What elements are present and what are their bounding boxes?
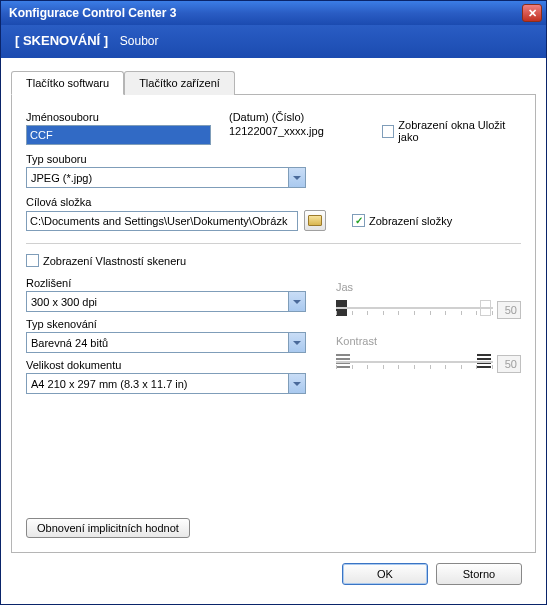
resolution-value: 300 x 300 dpi: [31, 296, 97, 308]
pattern-label: (Datum) (Číslo): [229, 111, 364, 123]
docsize-label: Velikost dokumentu: [26, 359, 306, 371]
chevron-down-icon: [288, 333, 305, 352]
chevron-down-icon: [288, 168, 305, 187]
tab-device-button[interactable]: Tlačítko zařízení: [124, 71, 235, 95]
filename-input[interactable]: CCF: [26, 125, 211, 145]
contrast-value: 50: [497, 355, 521, 373]
contrast-slider[interactable]: 50: [336, 351, 521, 375]
dialog-footer: OK Storno: [11, 553, 536, 597]
chevron-down-icon: [288, 374, 305, 393]
filetype-label: Typ souboru: [26, 153, 521, 165]
docsize-dropdown[interactable]: A4 210 x 297 mm (8.3 x 11.7 in): [26, 373, 306, 394]
brightness-value: 50: [497, 301, 521, 319]
show-folder-label: Zobrazení složky: [369, 215, 452, 227]
cancel-button[interactable]: Storno: [436, 563, 522, 585]
chevron-down-icon: [288, 292, 305, 311]
show-saveas-label: Zobrazení okna Uložit jako: [398, 119, 521, 143]
brightness-slider[interactable]: 50: [336, 297, 521, 321]
show-folder-checkbox[interactable]: ✓ Zobrazení složky: [352, 214, 452, 227]
ok-button[interactable]: OK: [342, 563, 428, 585]
filetype-value: JPEG (*.jpg): [31, 172, 92, 184]
tab-software-button[interactable]: Tlačítko softwaru: [11, 71, 124, 95]
subheader-page: Soubor: [120, 34, 159, 48]
browse-folder-button[interactable]: [304, 210, 326, 231]
slider-ticks: [336, 365, 493, 371]
scantype-label: Typ skenování: [26, 318, 306, 330]
targetfolder-label: Cílová složka: [26, 196, 521, 208]
brightness-label: Jas: [336, 281, 353, 293]
close-button[interactable]: ✕: [522, 4, 542, 22]
subheader-section: [ SKENOVÁNÍ ]: [15, 33, 108, 48]
scantype-dropdown[interactable]: Barevná 24 bitů: [26, 332, 306, 353]
contrast-label: Kontrast: [336, 335, 377, 347]
show-saveas-checkbox[interactable]: Zobrazení okna Uložit jako: [382, 119, 521, 143]
scanner-props-label: Zobrazení Vlastností skeneru: [43, 255, 186, 267]
filename-value: CCF: [30, 129, 53, 141]
window-title: Konfigurace Control Center 3: [9, 6, 522, 20]
slider-track-line: [336, 307, 493, 309]
filename-label: Jménosouboru: [26, 111, 211, 123]
slider-ticks: [336, 311, 493, 317]
pattern-value: 12122007_xxxx.jpg: [229, 125, 324, 137]
targetfolder-input[interactable]: [26, 211, 298, 231]
tab-strip: Tlačítko softwaru Tlačítko zařízení: [11, 70, 536, 95]
folder-icon: [308, 215, 322, 226]
checkbox-icon: [26, 254, 39, 267]
divider: [26, 243, 521, 244]
close-icon: ✕: [528, 7, 537, 20]
sub-header: [ SKENOVÁNÍ ] Soubor: [1, 25, 546, 58]
checkbox-icon: [382, 125, 394, 138]
checkbox-icon: ✓: [352, 214, 365, 227]
slider-track-line: [336, 361, 493, 363]
title-bar: Konfigurace Control Center 3 ✕: [1, 1, 546, 25]
filetype-dropdown[interactable]: JPEG (*.jpg): [26, 167, 306, 188]
resolution-dropdown[interactable]: 300 x 300 dpi: [26, 291, 306, 312]
restore-defaults-button[interactable]: Obnovení implicitních hodnot: [26, 518, 190, 538]
settings-panel: Jménosouboru CCF (Datum) (Číslo) 1212200…: [11, 95, 536, 553]
scantype-value: Barevná 24 bitů: [31, 337, 108, 349]
resolution-label: Rozlišení: [26, 277, 306, 289]
scanner-props-checkbox[interactable]: Zobrazení Vlastností skeneru: [26, 254, 186, 267]
docsize-value: A4 210 x 297 mm (8.3 x 11.7 in): [31, 378, 188, 390]
